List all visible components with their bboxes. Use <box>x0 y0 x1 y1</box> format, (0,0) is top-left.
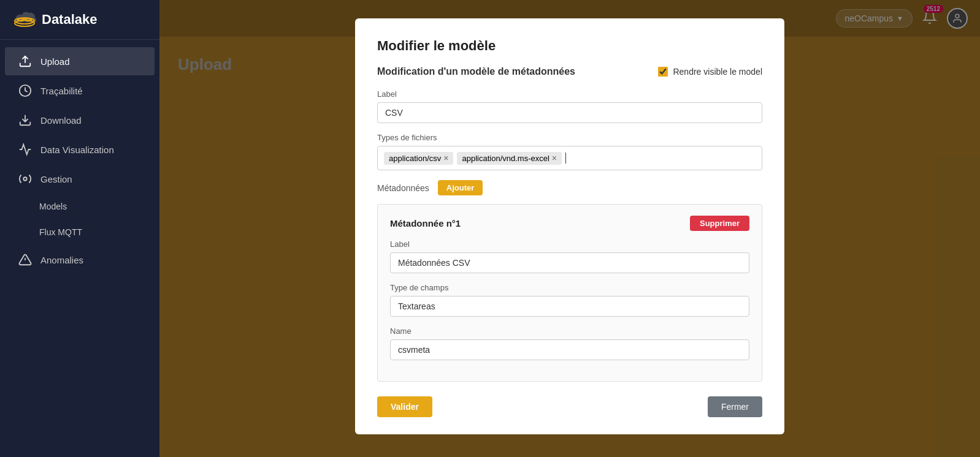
file-types-input[interactable]: application/csv × application/vnd.ms-exc… <box>377 146 762 170</box>
svg-point-5 <box>23 177 27 181</box>
sidebar-item-gestion-label: Gestion <box>40 174 72 184</box>
sidebar-item-models-label: Models <box>39 202 67 211</box>
add-metadata-button[interactable]: Ajouter <box>438 180 483 195</box>
close-button[interactable]: Fermer <box>708 396 762 417</box>
file-types-group: Types de fichiers application/csv × appl… <box>377 133 762 170</box>
modal-subtitle-row: Modification d'un modèle de métadonnées … <box>377 66 762 77</box>
tag-excel-remove[interactable]: × <box>552 154 557 162</box>
tag-csv-text: application/csv <box>389 154 441 163</box>
sidebar-item-data-visualization-label: Data Visualization <box>40 145 114 155</box>
upload-icon <box>18 55 32 68</box>
sidebar-item-flux-mqtt-label: Flux MQTT <box>39 227 82 237</box>
modal-footer: Valider Fermer <box>377 396 762 417</box>
sidebar-navigation: Upload Traçabilité Download Data Visuali… <box>0 40 159 457</box>
main-content: neOCampus ▼ 2512 Upload Upload le fichie… <box>159 0 980 457</box>
sidebar-item-tracabilite[interactable]: Traçabilité <box>5 77 155 105</box>
meta-name-input[interactable] <box>390 339 749 360</box>
download-icon <box>18 113 32 127</box>
sidebar-item-upload[interactable]: Upload <box>5 47 155 75</box>
sidebar-logo: Datalake <box>0 0 159 40</box>
label-field-group: Label <box>377 89 762 123</box>
modal-title: Modifier le modèle <box>377 38 762 54</box>
sidebar-item-flux-mqtt[interactable]: Flux MQTT <box>5 220 155 244</box>
data-visualization-icon <box>18 143 32 156</box>
label-field-label: Label <box>377 89 762 99</box>
tag-application-csv: application/csv × <box>384 152 453 165</box>
meta-type-input[interactable] <box>390 296 749 317</box>
metadata-card-1: Métadonnée n°1 Supprimer Label Type de c… <box>377 204 762 382</box>
delete-metadata-button[interactable]: Supprimer <box>690 216 749 231</box>
sidebar-item-models[interactable]: Models <box>5 194 155 219</box>
sidebar-item-download-label: Download <box>40 115 82 126</box>
sidebar-item-anomalies[interactable]: Anomalies <box>5 246 155 274</box>
modal-subtitle: Modification d'un modèle de métadonnées <box>377 66 575 77</box>
meta-name-group: Name <box>390 327 749 360</box>
datalake-logo-icon <box>12 11 37 28</box>
sidebar-item-upload-label: Upload <box>40 56 70 67</box>
modal-overlay: Modifier le modèle Modification d'un mod… <box>159 0 980 457</box>
tag-csv-remove[interactable]: × <box>443 154 448 162</box>
meta-type-group: Type de champs <box>390 283 749 317</box>
meta-name-label: Name <box>390 327 749 336</box>
modal-dialog: Modifier le modèle Modification d'un mod… <box>355 18 784 434</box>
sidebar-item-tracabilite-label: Traçabilité <box>40 86 83 96</box>
metadata-card-title: Métadonnée n°1 <box>390 218 461 228</box>
sidebar-item-download[interactable]: Download <box>5 106 155 134</box>
sidebar-item-data-visualization[interactable]: Data Visualization <box>5 135 155 164</box>
validate-button[interactable]: Valider <box>377 396 432 417</box>
metadata-card-header: Métadonnée n°1 Supprimer <box>390 216 749 231</box>
visible-checkbox-text: Rendre visible le model <box>673 67 762 77</box>
sidebar-item-gestion[interactable]: Gestion <box>5 165 155 193</box>
visible-checkbox-label[interactable]: Rendre visible le model <box>658 67 762 77</box>
metadata-header: Métadonnées Ajouter <box>377 180 762 195</box>
file-types-label: Types de fichiers <box>377 133 762 142</box>
tag-excel-text: application/vnd.ms-excel <box>462 154 549 163</box>
tags-cursor <box>565 153 566 164</box>
tracabilite-icon <box>18 84 32 97</box>
sidebar: Datalake Upload Traçabilité <box>0 0 159 457</box>
metadata-section-label: Métadonnées <box>377 183 429 193</box>
meta-label-field-label: Label <box>390 240 749 249</box>
anomalies-icon <box>18 253 32 266</box>
gestion-icon <box>18 172 32 186</box>
sidebar-item-anomalies-label: Anomalies <box>40 255 83 265</box>
visible-checkbox[interactable] <box>658 67 668 77</box>
meta-type-label: Type de champs <box>390 283 749 292</box>
tag-application-vnd-ms-excel: application/vnd.ms-excel × <box>457 152 562 165</box>
label-field-input[interactable] <box>377 102 762 123</box>
app-logo-text: Datalake <box>42 12 98 28</box>
meta-label-input[interactable] <box>390 252 749 273</box>
meta-label-group: Label <box>390 240 749 273</box>
